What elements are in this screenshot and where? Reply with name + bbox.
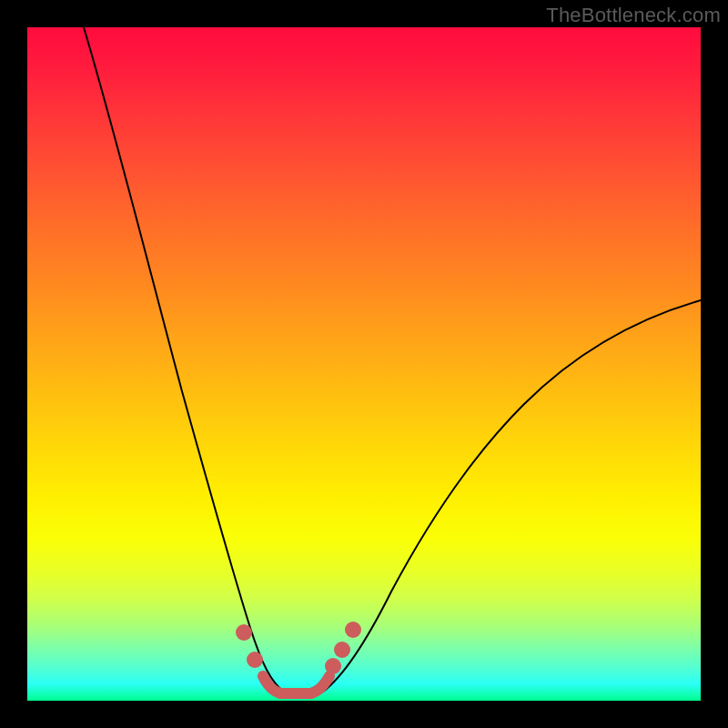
plot-area xyxy=(27,27,701,701)
bottleneck-curve-svg xyxy=(27,27,701,701)
marker-dot-right-2 xyxy=(334,642,350,658)
marker-dot-right-1 xyxy=(325,658,341,674)
chart-frame: TheBottleneck.com xyxy=(0,0,728,728)
marker-dot-left-2 xyxy=(247,652,263,668)
marker-dot-left-1 xyxy=(236,624,252,641)
marker-dot-right-3 xyxy=(345,622,361,638)
curve-left-branch xyxy=(84,27,284,692)
curve-right-branch xyxy=(323,300,701,692)
watermark-text: TheBottleneck.com xyxy=(546,4,721,27)
